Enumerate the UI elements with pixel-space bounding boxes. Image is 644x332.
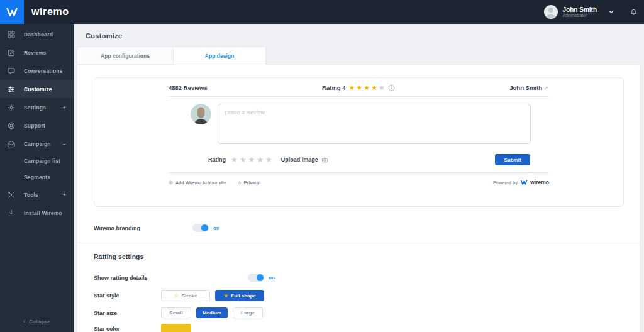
star-icon: ★ <box>349 84 355 91</box>
wiremo-logo-box[interactable] <box>0 0 24 24</box>
ratting-settings-title: Ratting settings <box>94 253 640 260</box>
wiremo-branding-state: on <box>213 225 219 231</box>
reviewer-avatar <box>191 104 211 124</box>
star-color-label: Star color <box>94 326 161 332</box>
expand-plus-icon[interactable]: + <box>63 192 66 198</box>
star-style-stroke-button[interactable]: ☆Stroke <box>161 290 210 301</box>
user-menu-chevron-down-icon[interactable] <box>608 9 614 15</box>
user-role: Administrator <box>563 13 597 18</box>
form-rating-label: Rating <box>208 157 226 163</box>
star-style-full-shape-button[interactable]: ★Full shape <box>215 290 264 301</box>
star-icon[interactable]: ★ <box>265 156 272 163</box>
collapse-label: Collapse <box>29 319 50 324</box>
tab-app-design[interactable]: App design <box>173 47 266 65</box>
user-meta[interactable]: John Smith Administrator <box>563 6 597 18</box>
upload-image-label[interactable]: Upload image <box>281 157 318 163</box>
privacy-lock-icon <box>238 180 242 185</box>
review-form <box>191 104 549 144</box>
settings-gear-icon <box>7 103 16 112</box>
tab-bar: App configurations App design <box>77 47 644 65</box>
user-name: John Smith <box>563 6 597 14</box>
sidebar: DashboardReviewsConversationsCustomizeSe… <box>0 24 74 332</box>
star-style-label: Star style <box>94 292 161 299</box>
star-size-small-button[interactable]: Small <box>161 307 191 318</box>
sidebar-item-campaign[interactable]: Campaign– <box>0 135 74 153</box>
customize-sliders-icon <box>7 85 16 94</box>
sidebar-item-settings[interactable]: Settings+ <box>0 98 74 116</box>
reviews-count: 4882 Reviews <box>169 84 208 91</box>
sidebar-collapse-button[interactable]: ‹Collapse <box>0 318 74 324</box>
star-icon: ★ <box>364 84 370 91</box>
wiremo-branding-row: Wiremo branding on <box>94 224 640 232</box>
notifications-bell-icon[interactable] <box>630 8 638 16</box>
star-icon: ★ <box>371 84 377 91</box>
star-size-medium-button[interactable]: Medium <box>196 307 228 318</box>
sidebar-item-campaign-list[interactable]: Campaign list <box>0 153 74 169</box>
add-circle-icon <box>169 180 173 185</box>
sidebar-item-install-wiremo[interactable]: Install Wiremo <box>0 204 74 222</box>
dashboard-grid-icon <box>7 30 16 39</box>
widget-footer: Add Wiremo to your site Privacy Powered … <box>169 179 549 186</box>
star-icon: ★ <box>379 84 385 91</box>
camera-icon[interactable] <box>321 157 328 163</box>
support-lifering-icon <box>7 121 16 130</box>
sidebar-item-segments[interactable]: Segments <box>0 169 74 185</box>
star-icon[interactable]: ★ <box>240 156 247 163</box>
collapse-minus-icon[interactable]: – <box>63 141 66 147</box>
sidebar-item-dashboard[interactable]: Dashboard <box>0 25 74 43</box>
widget-preview: 4882 Reviews Rating 4 ★★★★★ John Smith <box>94 77 624 207</box>
star-size-row: Star size SmallMediumLarge <box>94 307 640 318</box>
review-textarea[interactable] <box>218 104 531 144</box>
show-ratting-details-row: Show ratting details on <box>94 274 640 282</box>
show-ratting-details-toggle[interactable] <box>248 274 264 282</box>
section-divider <box>77 243 640 243</box>
rating-label: Rating 4 <box>322 84 345 91</box>
reviewer-dropdown[interactable]: John Smith <box>509 84 549 91</box>
sidebar-item-reviews[interactable]: Reviews <box>0 43 74 62</box>
wiremo-mark-icon <box>520 179 528 186</box>
star-color-swatch[interactable] <box>161 324 191 332</box>
main-content: Customize App configurations App design … <box>74 24 644 332</box>
rating-stars: ★★★★★ <box>349 84 385 91</box>
expand-plus-icon[interactable]: + <box>63 104 66 111</box>
widget-header: 4882 Reviews Rating 4 ★★★★★ John Smith <box>169 78 549 97</box>
widget-footer-divider <box>169 172 549 173</box>
star-size-options: SmallMediumLarge <box>161 307 263 318</box>
sidebar-item-customize[interactable]: Customize <box>0 80 74 98</box>
form-rating-stars[interactable]: ★★★★★ <box>231 156 272 163</box>
star-color-row: Star color <box>94 324 640 332</box>
sidebar-item-support[interactable]: Support <box>0 116 74 135</box>
next-arrow-icon[interactable] <box>388 84 395 91</box>
star-style-row: Star style ☆Stroke★Full shape <box>94 290 640 301</box>
wiremo-branding-label: Wiremo branding <box>94 225 192 231</box>
star-icon[interactable]: ★ <box>248 156 255 163</box>
sidebar-item-tools[interactable]: Tools+ <box>0 185 74 204</box>
sidebar-nav: DashboardReviewsConversationsCustomizeSe… <box>0 24 74 222</box>
chevron-left-icon: ‹ <box>23 318 25 324</box>
star-icon: ★ <box>356 84 362 91</box>
chevron-down-icon <box>545 86 549 90</box>
sidebar-item-conversations[interactable]: Conversations <box>0 62 74 80</box>
star-size-large-button[interactable]: Large <box>233 307 263 318</box>
show-ratting-details-label: Show ratting details <box>94 275 248 281</box>
star-style-options: ☆Stroke★Full shape <box>161 290 264 301</box>
privacy-link[interactable]: Privacy <box>238 180 260 185</box>
wiremo-branding-toggle[interactable] <box>192 224 209 232</box>
topbar: wiremo John Smith Administrator <box>0 0 644 24</box>
star-icon[interactable]: ★ <box>257 156 264 163</box>
campaign-mail-icon <box>7 140 16 148</box>
submit-button[interactable]: Submit <box>495 154 530 165</box>
reviewer-name: John Smith <box>509 84 542 91</box>
star-icon[interactable]: ★ <box>231 156 238 163</box>
star-size-label: Star size <box>94 310 161 316</box>
add-wiremo-link[interactable]: Add Wiremo to your site <box>169 180 226 185</box>
topbar-user-area: John Smith Administrator <box>544 5 638 19</box>
review-actions-row: Rating ★★★★★ Upload image Submit <box>208 154 530 165</box>
show-ratting-details-state: on <box>269 275 275 280</box>
app-design-panel: 4882 Reviews Rating 4 ★★★★★ John Smith <box>77 65 640 332</box>
rating-summary: Rating 4 ★★★★★ <box>322 84 395 91</box>
user-avatar[interactable] <box>544 5 558 19</box>
conversations-chat-icon <box>7 67 16 75</box>
tab-app-configurations[interactable]: App configurations <box>77 47 173 65</box>
powered-by-wiremo[interactable]: Powered by wiremo <box>493 179 549 186</box>
